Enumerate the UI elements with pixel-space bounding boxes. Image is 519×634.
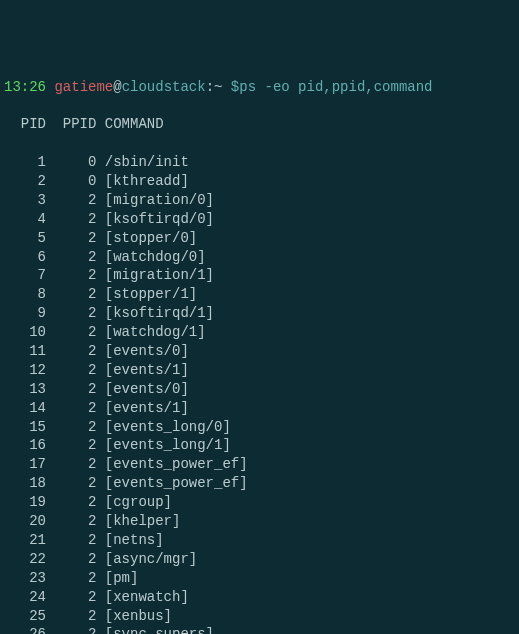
process-pid: 20 <box>4 512 46 531</box>
shell-prompt[interactable]: 13:26 gatieme@cloudstack:~ $ps -eo pid,p… <box>4 78 515 97</box>
process-command: [watchdog/0] <box>96 248 205 267</box>
process-ppid: 2 <box>46 304 96 323</box>
process-ppid: 2 <box>46 493 96 512</box>
process-row: 252[xenbus] <box>4 607 515 626</box>
process-pid: 6 <box>4 248 46 267</box>
process-command: [events/0] <box>96 342 188 361</box>
process-command: [events_power_ef] <box>96 455 247 474</box>
process-ppid: 2 <box>46 550 96 569</box>
header-pid: PID <box>4 115 46 134</box>
process-ppid: 2 <box>46 625 96 634</box>
process-row: 72[migration/1] <box>4 266 515 285</box>
header-command: COMMAND <box>96 115 163 134</box>
process-pid: 8 <box>4 285 46 304</box>
process-row: 112[events/0] <box>4 342 515 361</box>
prompt-path-sep: : <box>206 78 214 97</box>
process-row: 162[events_long/1] <box>4 436 515 455</box>
process-pid: 15 <box>4 418 46 437</box>
process-ppid: 0 <box>46 153 96 172</box>
process-ppid: 2 <box>46 285 96 304</box>
process-ppid: 2 <box>46 342 96 361</box>
process-row: 10/sbin/init <box>4 153 515 172</box>
process-pid: 5 <box>4 229 46 248</box>
process-command: [xenwatch] <box>96 588 188 607</box>
process-command: [netns] <box>96 531 163 550</box>
prompt-at: @ <box>113 78 121 97</box>
process-pid: 25 <box>4 607 46 626</box>
process-pid: 14 <box>4 399 46 418</box>
process-row: 132[events/0] <box>4 380 515 399</box>
process-command: [events/0] <box>96 380 188 399</box>
process-ppid: 2 <box>46 418 96 437</box>
process-pid: 21 <box>4 531 46 550</box>
process-pid: 26 <box>4 625 46 634</box>
process-pid: 16 <box>4 436 46 455</box>
process-command: [ksoftirqd/0] <box>96 210 214 229</box>
process-pid: 4 <box>4 210 46 229</box>
process-pid: 7 <box>4 266 46 285</box>
process-pid: 13 <box>4 380 46 399</box>
process-row: 142[events/1] <box>4 399 515 418</box>
process-ppid: 2 <box>46 210 96 229</box>
process-command: [ksoftirqd/1] <box>96 304 214 323</box>
process-ppid: 2 <box>46 607 96 626</box>
process-ppid: 2 <box>46 323 96 342</box>
process-ppid: 0 <box>46 172 96 191</box>
process-ppid: 2 <box>46 531 96 550</box>
process-row: 32[migration/0] <box>4 191 515 210</box>
process-ppid: 2 <box>46 229 96 248</box>
prompt-dollar: $ <box>222 78 239 97</box>
process-row: 202[khelper] <box>4 512 515 531</box>
process-command: [stopper/0] <box>96 229 197 248</box>
ps-header: PIDPPIDCOMMAND <box>4 115 515 134</box>
ps-output: 10/sbin/init20[kthreadd]32[migration/0]4… <box>4 153 515 634</box>
process-ppid: 2 <box>46 248 96 267</box>
process-ppid: 2 <box>46 361 96 380</box>
process-row: 102[watchdog/1] <box>4 323 515 342</box>
process-command: [async/mgr] <box>96 550 197 569</box>
process-pid: 12 <box>4 361 46 380</box>
process-row: 242[xenwatch] <box>4 588 515 607</box>
process-row: 62[watchdog/0] <box>4 248 515 267</box>
process-command: [events_long/0] <box>96 418 230 437</box>
prompt-host: cloudstack <box>122 78 206 97</box>
process-ppid: 2 <box>46 436 96 455</box>
process-row: 122[events/1] <box>4 361 515 380</box>
process-pid: 3 <box>4 191 46 210</box>
process-command: [stopper/1] <box>96 285 197 304</box>
process-command: [events_power_ef] <box>96 474 247 493</box>
process-command: [kthreadd] <box>96 172 188 191</box>
process-pid: 10 <box>4 323 46 342</box>
process-command: [events/1] <box>96 361 188 380</box>
process-command: [sync_supers] <box>96 625 214 634</box>
process-command: [khelper] <box>96 512 180 531</box>
process-row: 20[kthreadd] <box>4 172 515 191</box>
process-pid: 18 <box>4 474 46 493</box>
prompt-command: ps -eo pid,ppid,command <box>239 78 432 97</box>
process-ppid: 2 <box>46 266 96 285</box>
process-command: [events_long/1] <box>96 436 230 455</box>
process-row: 222[async/mgr] <box>4 550 515 569</box>
header-ppid: PPID <box>46 115 96 134</box>
process-ppid: 2 <box>46 512 96 531</box>
process-row: 92[ksoftirqd/1] <box>4 304 515 323</box>
process-pid: 22 <box>4 550 46 569</box>
process-row: 82[stopper/1] <box>4 285 515 304</box>
prompt-user: gatieme <box>54 78 113 97</box>
process-pid: 11 <box>4 342 46 361</box>
process-command: [pm] <box>96 569 138 588</box>
prompt-time: 13:26 <box>4 78 46 97</box>
process-ppid: 2 <box>46 474 96 493</box>
process-ppid: 2 <box>46 569 96 588</box>
process-row: 192[cgroup] <box>4 493 515 512</box>
process-row: 212[netns] <box>4 531 515 550</box>
process-command: [migration/0] <box>96 191 214 210</box>
process-command: [cgroup] <box>96 493 172 512</box>
process-row: 182[events_power_ef] <box>4 474 515 493</box>
process-pid: 19 <box>4 493 46 512</box>
process-pid: 1 <box>4 153 46 172</box>
process-command: [watchdog/1] <box>96 323 205 342</box>
process-row: 152[events_long/0] <box>4 418 515 437</box>
process-ppid: 2 <box>46 191 96 210</box>
process-pid: 24 <box>4 588 46 607</box>
